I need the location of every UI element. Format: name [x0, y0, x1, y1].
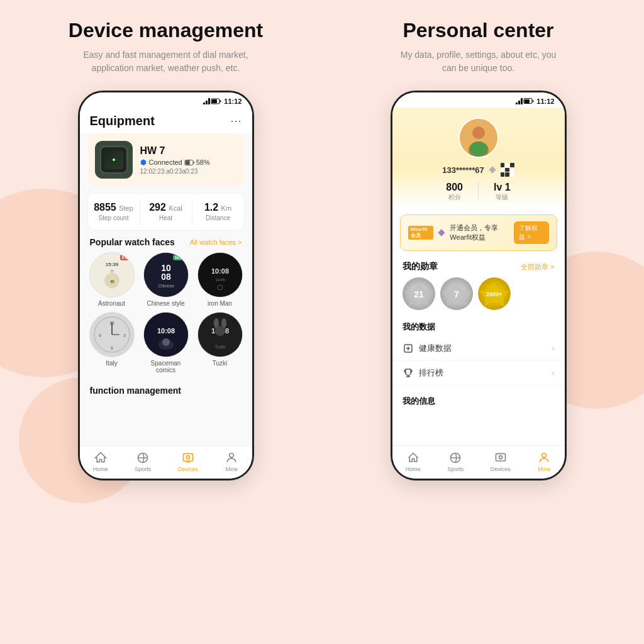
distance-label: Distance: [192, 214, 244, 221]
svg-point-43: [230, 453, 234, 458]
watch-face-chinese[interactable]: 10 08 Chinese New Chinese style: [142, 252, 191, 307]
watch-faces-header: Popular watch faces All watch faces >: [80, 237, 252, 252]
watch-faces-grid: 15:39 25 🧑‍🚀 Exp Astronaut: [80, 252, 252, 380]
connected-text: Connected: [149, 158, 182, 166]
mine-svg-left: [225, 452, 238, 464]
chinese-badge: New: [173, 255, 186, 260]
svg-point-18: [197, 252, 243, 297]
badges-section: 我的勋章 全部勋章 >: [392, 256, 565, 315]
watch-face-circle-italy: 12 3 6 9: [89, 312, 135, 357]
nav-sports-left[interactable]: Sports: [135, 451, 151, 472]
watch-face-display: [100, 146, 128, 174]
svg-rect-4: [220, 101, 221, 103]
left-status-icons: [203, 98, 221, 104]
watch-faces-link[interactable]: All watch faces >: [190, 238, 242, 246]
watch-faces-title: Popular watch faces: [90, 237, 175, 247]
avatar-svg: [460, 119, 497, 157]
mine-svg-right: [538, 452, 550, 464]
nav-mine-left[interactable]: Mine: [225, 451, 238, 472]
qr-code-icon[interactable]: [501, 163, 514, 177]
svg-rect-5: [212, 99, 217, 103]
tuzki-watch-svg: 10:08 Tuzki: [197, 312, 243, 357]
level-label: 等级: [496, 193, 508, 202]
dots-menu[interactable]: ···: [230, 114, 242, 128]
membership-left: Wearfit会员 开通会员，专享Wearfit权益: [408, 223, 514, 242]
badge-21: 21: [402, 277, 435, 310]
nav-sports-right[interactable]: Sports: [447, 451, 464, 472]
nav-mine-label-right: Mine: [538, 466, 550, 472]
svg-marker-0: [203, 103, 205, 104]
battery-inline: 58%: [185, 158, 210, 166]
menu-item-health[interactable]: 健康数据 ›: [392, 336, 565, 361]
right-phone-screen: 11:12 133*: [392, 92, 565, 479]
equipment-title: Equipment: [90, 114, 155, 128]
watch-face-ironman[interactable]: 10:08 13:45 iron Man: [196, 252, 245, 307]
svg-text:9: 9: [99, 333, 101, 338]
home-icon-right: [406, 451, 420, 465]
membership-button[interactable]: 了解权益 >: [514, 221, 548, 244]
profile-header: 133******67: [392, 108, 565, 209]
nav-home-left[interactable]: Home: [93, 451, 108, 472]
italy-label: Italy: [106, 360, 117, 367]
italy-watch-svg: 12 3 6 9: [89, 312, 135, 357]
nav-devices-left[interactable]: Devices: [178, 451, 198, 472]
watch-face-inner: [104, 150, 123, 169]
right-panel-title: Personal center: [402, 19, 553, 42]
left-status-bar: 11:12: [80, 92, 252, 108]
user-avatar[interactable]: [458, 118, 499, 158]
svg-rect-48: [533, 101, 534, 103]
badges-header: 我的勋章 全部勋章 >: [402, 261, 555, 272]
svg-point-69: [499, 456, 502, 459]
right-status-bar: 11:12: [392, 92, 565, 108]
svg-marker-1: [206, 101, 208, 104]
home-svg: [94, 452, 107, 464]
nav-home-label-left: Home: [93, 466, 108, 472]
watch-face-tuzki[interactable]: 10:08 Tuzki Tuzki: [196, 312, 245, 374]
nav-devices-right[interactable]: Devices: [491, 451, 511, 472]
badges-row: 21: [402, 277, 555, 310]
right-bottom-nav: Home Sports: [392, 445, 565, 479]
watch-face-astronaut[interactable]: 15:39 25 🧑‍🚀 Exp Astronaut: [87, 252, 136, 307]
membership-diamond-icon: [437, 228, 446, 237]
svg-rect-68: [496, 453, 505, 461]
watch-face-spaceman[interactable]: 10:08 Spaceman comics: [142, 312, 191, 374]
svg-point-70: [542, 453, 547, 458]
left-time: 11:12: [224, 97, 242, 105]
tuzki-label: Tuzki: [213, 360, 228, 367]
svg-text:15:39: 15:39: [105, 262, 118, 267]
watch-face-italy[interactable]: 12 3 6 9 Italy: [87, 312, 136, 374]
sports-svg-right: [449, 452, 462, 464]
menu-item-ranking[interactable]: 排行榜 ›: [392, 361, 565, 386]
membership-banner[interactable]: Wearfit会员 开通会员，专享Wearfit权益 了解权益 >: [400, 214, 557, 251]
diamond-icon: [488, 165, 497, 174]
main-content: Device management Easy and fast manageme…: [0, 0, 644, 644]
svg-text:7: 7: [454, 289, 459, 299]
svg-marker-45: [518, 101, 520, 104]
badges-link[interactable]: 全部勋章 >: [521, 262, 554, 272]
ironman-label: iron Man: [208, 300, 232, 307]
svg-point-42: [186, 456, 189, 459]
svg-text:10:08: 10:08: [157, 327, 174, 335]
membership-badge: Wearfit会员: [408, 226, 434, 240]
nav-mine-right[interactable]: Mine: [537, 451, 551, 472]
astronaut-badge: Exp: [120, 255, 132, 260]
profile-divider: [478, 182, 479, 201]
device-name: HW 7: [140, 145, 237, 157]
signal-icon-right: [516, 98, 522, 104]
svg-text:🧑‍🚀: 🧑‍🚀: [109, 279, 114, 284]
battery-icon: [211, 98, 221, 104]
svg-marker-2: [208, 98, 210, 104]
nav-sports-label-right: Sports: [447, 466, 464, 472]
nav-home-right[interactable]: Home: [406, 451, 421, 472]
svg-point-51: [472, 126, 485, 139]
battery-icon-right: [524, 98, 534, 104]
home-svg-right: [407, 452, 419, 464]
badge-7-svg: 7: [440, 277, 473, 310]
watch-face-circle-tuzki: 10:08 Tuzki: [197, 312, 243, 357]
svg-text:10:08: 10:08: [211, 267, 228, 275]
mine-icon-left: [225, 451, 238, 465]
user-id: 133******67: [442, 165, 484, 175]
level-value: lv 1: [494, 182, 511, 193]
health-data-label: 健康数据: [419, 343, 452, 354]
home-icon: [94, 451, 108, 465]
